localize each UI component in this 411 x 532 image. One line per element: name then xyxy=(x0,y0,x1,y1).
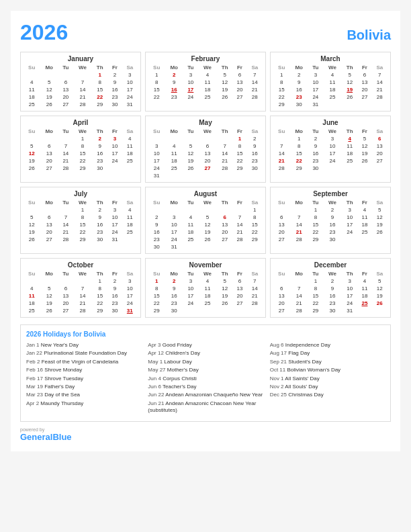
cal-day: 15 xyxy=(247,221,263,228)
cal-day xyxy=(198,243,217,251)
cal-day xyxy=(198,307,217,314)
cal-day: 24 xyxy=(183,300,198,307)
holiday-date: May 27 xyxy=(148,367,165,373)
cal-day: 24 xyxy=(107,228,122,236)
holiday-item: Feb 2 Feast of the Virgin of Candelaria xyxy=(26,359,141,365)
holiday-name: Labour Day xyxy=(164,359,191,365)
holiday-item: Jun 6 Teacher's Day xyxy=(148,384,263,390)
cal-day: 4 xyxy=(122,135,138,142)
holiday-date: Jun 21 xyxy=(148,400,164,406)
cal-day xyxy=(183,206,198,214)
cal-day: 25 xyxy=(24,307,40,314)
cal-day: 17 xyxy=(342,292,357,300)
cal-day: 16 xyxy=(289,86,308,93)
cal-day: 21 xyxy=(247,292,263,300)
month-block-october: OctoberSuMoTuWeThFrSa1234567891011121314… xyxy=(20,258,141,318)
cal-day: 16 xyxy=(92,221,107,228)
holiday-item: Apr 2 Maundy Thursday xyxy=(26,400,141,407)
cal-day: 21 xyxy=(289,300,308,307)
cal-day: 18 xyxy=(323,86,342,93)
cal-day: 20 xyxy=(198,157,217,165)
cal-day: 28 xyxy=(217,165,232,172)
cal-day xyxy=(40,135,58,142)
cal-day: 25 xyxy=(198,300,217,307)
cal-day: 1 xyxy=(289,135,308,142)
cal-day: 25 xyxy=(122,228,138,236)
holiday-date: Jun 22 xyxy=(148,392,164,398)
cal-day: 16 xyxy=(107,292,122,300)
cal-day: 4 xyxy=(357,277,371,285)
cal-day xyxy=(165,135,183,142)
cal-day: 26 xyxy=(217,300,232,307)
cal-day: 6 xyxy=(372,135,387,142)
cal-day: 18 xyxy=(122,221,138,228)
holiday-date: Oct 11 xyxy=(270,367,286,373)
cal-day: 9 xyxy=(323,214,342,221)
cal-day: 25 xyxy=(357,300,371,307)
cal-day: 13 xyxy=(372,142,387,150)
holiday-name: Andean Amazonic Chacoan New Year (substi… xyxy=(148,400,256,413)
cal-day: 10 xyxy=(308,79,323,86)
cal-day: 14 xyxy=(289,221,308,228)
cal-day: 12 xyxy=(198,221,217,228)
cal-day: 11 xyxy=(198,79,217,86)
cal-day: 1 xyxy=(148,71,165,79)
cal-day: 18 xyxy=(122,150,138,157)
cal-day: 24 xyxy=(308,93,323,101)
cal-day xyxy=(273,135,289,142)
cal-day: 13 xyxy=(273,221,289,228)
month-block-may: MaySuMoTuWeThFrSa12345678910111213141516… xyxy=(145,116,266,183)
cal-day: 21 xyxy=(372,86,387,93)
cal-day: 28 xyxy=(289,307,308,314)
cal-day: 31 xyxy=(308,101,323,108)
cal-day xyxy=(289,206,308,214)
cal-day xyxy=(372,236,387,243)
cal-day: 6 xyxy=(273,285,289,292)
cal-day: 1 xyxy=(232,135,246,142)
cal-day: 25 xyxy=(122,157,138,165)
cal-day: 23 xyxy=(107,300,122,307)
holiday-item: May 27 Mother's Day xyxy=(148,367,263,373)
cal-day: 16 xyxy=(92,150,107,157)
cal-day: 12 xyxy=(357,142,371,150)
cal-day: 12 xyxy=(372,285,387,292)
holiday-date: Jun 6 xyxy=(148,384,161,390)
cal-day: 30 xyxy=(165,307,183,314)
holiday-item: Jan 22 Plurinational State Foundation Da… xyxy=(26,350,141,357)
cal-day: 27 xyxy=(232,300,246,307)
cal-day: 7 xyxy=(247,71,263,79)
cal-day: 3 xyxy=(308,71,323,79)
cal-day: 6 xyxy=(40,142,58,150)
holiday-date: Jun 4 xyxy=(148,375,161,382)
cal-day: 30 xyxy=(107,101,122,108)
cal-day: 13 xyxy=(40,221,58,228)
cal-day: 11 xyxy=(342,142,357,150)
cal-day: 13 xyxy=(232,79,246,86)
cal-day: 9 xyxy=(323,285,342,292)
cal-day: 13 xyxy=(58,86,73,93)
cal-table: SuMoTuWeThFrSa12345678910111213141516171… xyxy=(273,64,387,108)
holiday-date: Apr 3 xyxy=(148,342,161,348)
cal-day: 27 xyxy=(273,236,289,243)
cal-day: 7 xyxy=(232,214,246,221)
cal-day xyxy=(273,206,289,214)
cal-day: 4 xyxy=(183,214,198,221)
cal-day: 26 xyxy=(24,165,40,172)
cal-day xyxy=(165,172,183,179)
cal-day xyxy=(58,71,73,79)
cal-day: 8 xyxy=(308,285,323,292)
cal-day: 4 xyxy=(24,79,40,86)
cal-day xyxy=(183,307,198,314)
cal-day: 1 xyxy=(73,135,92,142)
cal-day: 4 xyxy=(198,71,217,79)
holiday-item: Nov 1 All Saints' Day xyxy=(270,375,385,382)
cal-day: 11 xyxy=(357,285,371,292)
cal-day: 8 xyxy=(308,214,323,221)
cal-table: SuMoTuWeThFrSa12345678910111213141516171… xyxy=(273,270,387,314)
cal-day: 29 xyxy=(92,307,107,314)
cal-day: 5 xyxy=(372,277,387,285)
cal-day: 22 xyxy=(92,93,107,101)
cal-day: 17 xyxy=(183,86,198,93)
cal-day xyxy=(323,101,342,108)
month-title: July xyxy=(24,190,138,197)
